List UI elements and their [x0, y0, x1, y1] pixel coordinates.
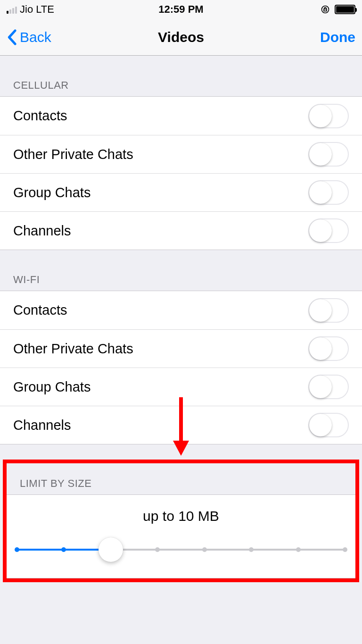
cell-label: Other Private Chats: [13, 341, 133, 357]
cell-label: Group Chats: [13, 379, 90, 395]
wifi-channels-row[interactable]: Channels: [0, 406, 362, 444]
section-header-limit: LIMIT BY SIZE: [7, 463, 355, 494]
toggle-cellular-other-private[interactable]: [308, 142, 349, 167]
wifi-contacts-row[interactable]: Contacts: [0, 291, 362, 329]
slider-tick: [155, 547, 160, 552]
limit-size-slider[interactable]: [17, 540, 345, 559]
slider-tick: [296, 547, 301, 552]
section-header-cellular: CELLULAR: [0, 56, 362, 96]
navigation-bar: Back Videos Done: [0, 19, 362, 56]
wifi-other-private-row[interactable]: Other Private Chats: [0, 329, 362, 368]
toggle-wifi-contacts[interactable]: [308, 298, 349, 323]
limit-value-label: up to 10 MB: [17, 508, 345, 524]
slider-thumb[interactable]: [99, 537, 123, 562]
toggle-cellular-group-chats[interactable]: [308, 180, 349, 205]
section-header-wifi: WI-FI: [0, 250, 362, 291]
done-button[interactable]: Done: [320, 29, 355, 45]
carrier-label: Jio: [20, 3, 33, 16]
cellular-group: Contacts Other Private Chats Group Chats…: [0, 96, 362, 250]
slider-tick: [202, 547, 207, 552]
cell-label: Contacts: [13, 108, 67, 124]
slider-tick: [61, 547, 66, 552]
signal-strength-icon: [7, 5, 17, 14]
status-bar: Jio LTE 12:59 PM: [0, 0, 362, 19]
battery-icon: [335, 5, 355, 14]
clock-label: 12:59 PM: [158, 3, 203, 16]
chevron-left-icon: [7, 29, 17, 45]
slider-tick: [249, 547, 254, 552]
toggle-wifi-channels[interactable]: [308, 413, 349, 437]
cell-label: Channels: [13, 418, 71, 433]
cell-label: Contacts: [13, 302, 67, 318]
done-label: Done: [320, 29, 355, 45]
cell-label: Group Chats: [13, 185, 90, 201]
cellular-group-chats-row[interactable]: Group Chats: [0, 173, 362, 211]
cellular-contacts-row[interactable]: Contacts: [0, 97, 362, 135]
toggle-wifi-other-private[interactable]: [308, 336, 349, 361]
toggle-cellular-channels[interactable]: [308, 218, 349, 243]
cell-label: Other Private Chats: [13, 147, 133, 162]
cell-label: Channels: [13, 223, 71, 239]
orientation-lock-icon: [321, 5, 330, 14]
wifi-group-chats-row[interactable]: Group Chats: [0, 368, 362, 406]
cellular-channels-row[interactable]: Channels: [0, 211, 362, 250]
limit-by-size-group: up to 10 MB: [7, 494, 355, 578]
back-button[interactable]: Back: [7, 29, 51, 45]
slider-tick: [343, 547, 347, 552]
toggle-wifi-group-chats[interactable]: [308, 375, 349, 399]
annotation-highlight-box: LIMIT BY SIZE up to 10 MB: [3, 460, 359, 582]
page-title: Videos: [0, 29, 362, 45]
wifi-group: Contacts Other Private Chats Group Chats…: [0, 291, 362, 444]
back-label: Back: [20, 29, 51, 45]
network-label: LTE: [36, 3, 54, 16]
cellular-other-private-row[interactable]: Other Private Chats: [0, 135, 362, 173]
slider-tick: [15, 547, 19, 552]
toggle-cellular-contacts[interactable]: [308, 104, 349, 128]
